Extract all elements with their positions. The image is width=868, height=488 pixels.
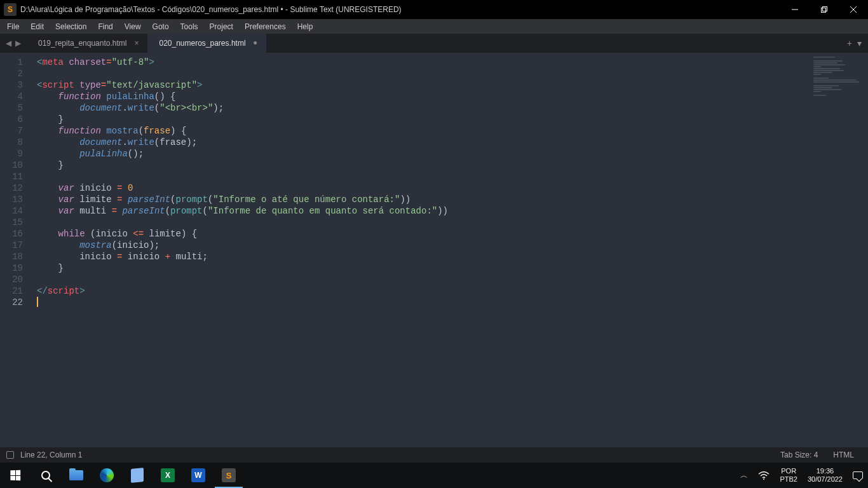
windows-logo-icon (8, 468, 23, 483)
tab-bar: ◀ ▶ 019_repita_enquanto.html × 020_numer… (0, 34, 868, 53)
tray-lang-label: POR (781, 467, 796, 475)
menu-tools[interactable]: Tools (175, 20, 204, 33)
maximize-button[interactable] (810, 0, 839, 19)
status-tab-size[interactable]: Tab Size: 4 (773, 451, 825, 459)
tray-notifications[interactable] (848, 463, 868, 488)
tab-label: 019_repita_enquanto.html (38, 39, 126, 48)
new-tab-button[interactable]: + (847, 38, 852, 48)
close-icon (850, 6, 857, 13)
menu-find[interactable]: Find (92, 20, 118, 33)
minimap[interactable] (798, 53, 868, 447)
maximize-icon (821, 6, 827, 13)
taskbar-start-button[interactable] (0, 463, 31, 488)
taskbar-excel[interactable]: X (153, 463, 183, 488)
tray-clock[interactable]: 19:36 30/07/2022 (803, 463, 848, 488)
sublime-icon: S (221, 468, 236, 483)
menu-preferences[interactable]: Preferences (239, 20, 292, 33)
minimize-button[interactable] (780, 0, 810, 19)
tray-date: 30/07/2022 (808, 475, 843, 484)
window-titlebar: S D:\Alura\Lógica de Programação\Textos … (0, 0, 868, 19)
tray-time: 19:36 (817, 467, 834, 475)
taskbar-notepad[interactable] (122, 463, 153, 488)
tray-wifi[interactable] (753, 463, 775, 488)
chevron-up-icon: ︿ (740, 471, 748, 480)
status-panel-icon[interactable] (6, 451, 14, 459)
windows-taskbar: X W S ︿ POR PTB2 19:36 30/07/2022 (0, 463, 868, 488)
svg-rect-1 (822, 8, 826, 13)
menu-edit[interactable]: Edit (25, 20, 50, 33)
taskbar-explorer[interactable] (61, 463, 92, 488)
svg-rect-2 (823, 7, 827, 11)
taskbar-edge[interactable] (92, 463, 122, 488)
line-number-gutter: 12345678910111213141516171819202122 (0, 53, 31, 447)
minimize-icon (792, 6, 798, 13)
menu-selection[interactable]: Selection (50, 20, 92, 33)
svg-point-5 (763, 478, 764, 480)
tab-019-repita-enquanto[interactable]: 019_repita_enquanto.html × (27, 34, 147, 53)
menu-help[interactable]: Help (292, 20, 319, 33)
window-title: D:\Alura\Lógica de Programação\Textos - … (20, 5, 402, 14)
word-icon: W (191, 468, 206, 483)
tab-close-icon[interactable]: × (134, 39, 139, 48)
tray-language[interactable]: POR PTB2 (775, 463, 803, 488)
excel-icon: X (160, 468, 175, 483)
menu-bar: File Edit Selection Find View Goto Tools… (0, 19, 868, 34)
edge-icon (99, 468, 114, 483)
status-syntax[interactable]: HTML (825, 451, 862, 459)
wifi-icon (758, 471, 770, 480)
search-icon (38, 468, 53, 483)
folder-icon (69, 468, 84, 483)
close-button[interactable] (839, 0, 868, 19)
notification-icon (853, 471, 863, 479)
tray-overflow[interactable]: ︿ (735, 463, 753, 488)
menu-project[interactable]: Project (204, 20, 239, 33)
status-cursor-position: Line 22, Column 1 (20, 451, 82, 459)
menu-view[interactable]: View (119, 20, 147, 33)
tab-nav-forward[interactable]: ▶ (13, 39, 23, 48)
notepad-icon (130, 468, 145, 483)
menu-file[interactable]: File (1, 20, 25, 33)
editor-area: 12345678910111213141516171819202122 <met… (0, 53, 868, 447)
menu-goto[interactable]: Goto (147, 20, 175, 33)
tab-dropdown-button[interactable]: ▾ (857, 38, 862, 48)
taskbar-word[interactable]: W (183, 463, 214, 488)
code-text-area[interactable]: <meta charset="utf-8"><script type="text… (31, 53, 798, 447)
tray-kbd-label: PTB2 (780, 475, 797, 484)
tab-020-numeros-pares[interactable]: 020_numeros_pares.html • (147, 34, 266, 53)
tab-label: 020_numeros_pares.html (159, 39, 245, 48)
system-tray: ︿ POR PTB2 19:36 30/07/2022 (735, 463, 868, 488)
taskbar-sublime[interactable]: S (214, 463, 244, 488)
minimap-content (813, 57, 864, 98)
taskbar-search-button[interactable] (31, 463, 61, 488)
tab-nav-back[interactable]: ◀ (4, 39, 13, 48)
status-bar: Line 22, Column 1 Tab Size: 4 HTML (0, 447, 868, 463)
app-icon: S (4, 3, 17, 16)
